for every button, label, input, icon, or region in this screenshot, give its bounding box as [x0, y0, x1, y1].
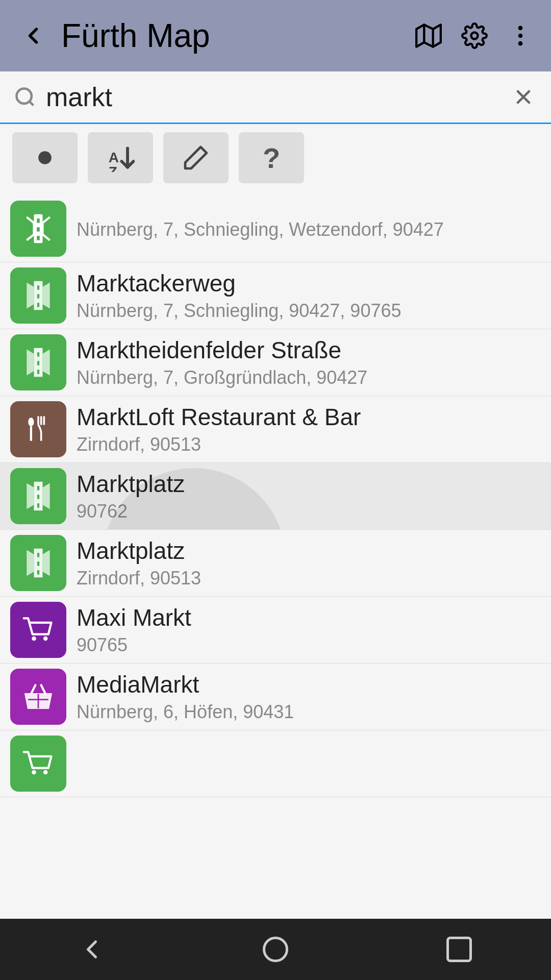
shopping-cart-icon [10, 602, 66, 658]
list-item[interactable] [0, 730, 551, 797]
list-item-subtitle: Nürnberg, 7, Schniegling, Wetzendorf, 90… [77, 219, 546, 240]
svg-point-6 [518, 41, 523, 46]
road-icon [10, 535, 66, 591]
road-icon [10, 267, 66, 324]
list-item-subtitle: Nürnberg, 7, Großgründlach, 90427 [77, 367, 546, 388]
page-title: Fürth Map [51, 17, 413, 55]
top-bar-icons [413, 20, 536, 51]
svg-point-11 [38, 151, 52, 164]
back-button[interactable] [15, 18, 51, 54]
list-item[interactable]: Marktheidenfelder Straße Nürnberg, 7, Gr… [0, 329, 551, 396]
svg-point-41 [32, 770, 36, 775]
list-item-text: Marktheidenfelder Straße Nürnberg, 7, Gr… [77, 331, 551, 393]
list-item-subtitle: 90762 [77, 501, 546, 522]
svg-point-38 [43, 636, 48, 641]
road-icon [10, 334, 66, 390]
svg-point-7 [17, 89, 32, 104]
road-icon [10, 201, 66, 257]
list-item-subtitle: Zirndorf, 90513 [77, 434, 546, 455]
search-input[interactable] [38, 82, 508, 112]
search-bar [0, 71, 551, 124]
svg-text:Z: Z [109, 164, 117, 172]
nav-back-button[interactable] [71, 929, 112, 970]
az-sort-button[interactable]: A Z [88, 132, 153, 183]
nav-recents-button[interactable] [439, 929, 480, 970]
list-item[interactable]: Marktplatz 90762 [0, 463, 551, 530]
list-item-subtitle: Nürnberg, 6, Höfen, 90431 [77, 701, 546, 723]
svg-point-43 [264, 938, 287, 961]
nav-home-button[interactable] [255, 929, 296, 970]
list-item[interactable]: Marktackerweg Nürnberg, 7, Schniegling, … [0, 262, 551, 329]
svg-point-26 [28, 418, 34, 426]
list-item-text [77, 758, 551, 769]
list-item-title: MarktLoft Restaurant & Bar [77, 403, 546, 431]
bottom-navigation [0, 919, 551, 980]
svg-marker-0 [416, 24, 441, 46]
map-icon[interactable] [413, 20, 444, 51]
more-options-icon[interactable] [505, 20, 536, 51]
list-item-text: Nürnberg, 7, Schniegling, Wetzendorf, 90… [77, 212, 551, 246]
dot-filter-button[interactable] [12, 132, 78, 183]
list-item-title: Marktplatz [77, 470, 546, 498]
clear-search-button[interactable] [508, 82, 539, 112]
road-icon [10, 468, 66, 524]
list-item-title: Marktackerweg [77, 270, 546, 298]
list-item[interactable]: MediaMarkt Nürnberg, 6, Höfen, 90431 [0, 664, 551, 730]
svg-rect-44 [448, 938, 471, 961]
restaurant-icon [10, 401, 66, 457]
svg-text:A: A [109, 150, 119, 165]
list-item-subtitle: Zirndorf, 90513 [77, 568, 546, 589]
list-item-text: Marktackerweg Nürnberg, 7, Schniegling, … [77, 264, 551, 326]
cart-icon [10, 736, 66, 792]
list-item-text: MarktLoft Restaurant & Bar Zirndorf, 905… [77, 398, 551, 460]
svg-marker-15 [185, 147, 207, 168]
list-item-text: Marktplatz Zirndorf, 90513 [77, 532, 551, 594]
list-item-subtitle: Nürnberg, 7, Schniegling, 90427, 90765 [77, 300, 546, 322]
svg-point-5 [518, 34, 523, 38]
list-item[interactable]: Nürnberg, 7, Schniegling, Wetzendorf, 90… [0, 195, 551, 262]
list-item-text: MediaMarkt Nürnberg, 6, Höfen, 90431 [77, 666, 551, 727]
top-bar: Fürth Map [0, 0, 551, 71]
svg-point-3 [471, 33, 478, 39]
settings-icon[interactable] [459, 20, 490, 51]
svg-point-42 [43, 770, 48, 775]
filter-row: A Z ? [0, 124, 551, 195]
list-item-title: Maxi Markt [77, 604, 546, 632]
list-item-title: Marktheidenfelder Straße [77, 336, 546, 364]
svg-point-37 [32, 636, 36, 641]
search-results-list: Nürnberg, 7, Schniegling, Wetzendorf, 90… [0, 195, 551, 919]
list-item-subtitle: 90765 [77, 634, 546, 656]
list-item-title: MediaMarkt [77, 671, 546, 699]
list-item-text: Marktplatz 90762 [77, 465, 551, 527]
svg-line-8 [30, 102, 34, 106]
edit-filter-button[interactable] [163, 132, 229, 183]
svg-point-4 [518, 26, 523, 31]
help-filter-button[interactable]: ? [239, 132, 304, 183]
search-icon [12, 84, 38, 110]
list-item[interactable]: Maxi Markt 90765 [0, 597, 551, 664]
list-item-text: Maxi Markt 90765 [77, 599, 551, 660]
list-item[interactable]: Marktplatz Zirndorf, 90513 [0, 530, 551, 597]
list-item-title: Marktplatz [77, 537, 546, 565]
shopping-basket-icon [10, 669, 66, 725]
list-item[interactable]: MarktLoft Restaurant & Bar Zirndorf, 905… [0, 396, 551, 463]
